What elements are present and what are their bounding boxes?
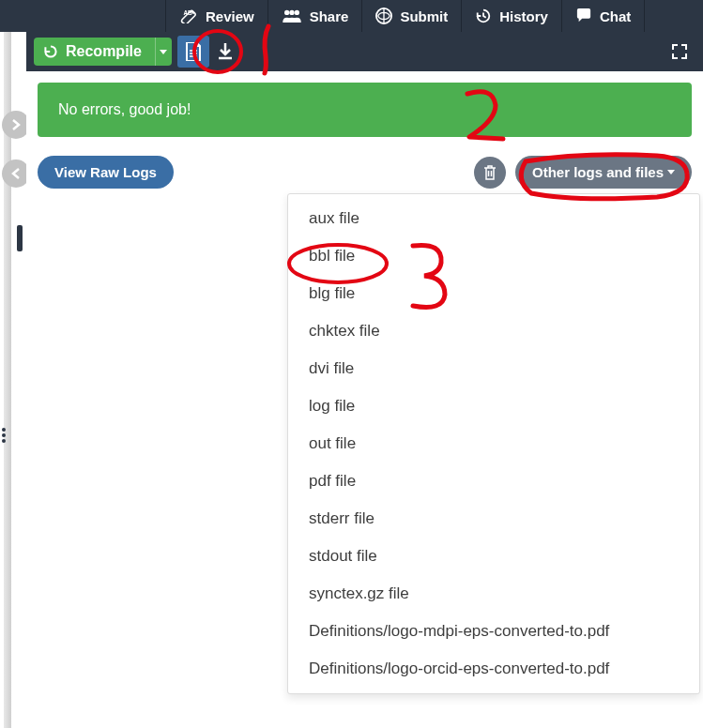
svg-point-3 <box>289 10 294 15</box>
drag-handle-dots[interactable] <box>0 422 8 448</box>
caret-down-icon <box>160 50 167 54</box>
share-icon <box>282 8 302 23</box>
trash-icon <box>483 165 497 180</box>
recompile-group: Recompile <box>34 38 172 66</box>
nav-review-label: Review <box>206 8 254 24</box>
history-icon <box>475 8 492 24</box>
dropdown-item-dvi[interactable]: dvi file <box>288 350 699 387</box>
dropdown-item-stdout[interactable]: stdout file <box>288 538 699 575</box>
download-button[interactable] <box>209 36 241 68</box>
compile-toolbar: Recompile <box>26 32 703 71</box>
recompile-label: Recompile <box>66 43 142 60</box>
nav-submit[interactable]: Submit <box>362 0 462 32</box>
nav-history[interactable]: History <box>462 0 562 32</box>
logs-actions-row: View Raw Logs Other logs and files <box>38 156 692 189</box>
nav-submit-label: Submit <box>400 8 448 24</box>
clear-cache-button[interactable] <box>474 157 506 189</box>
logs-panel: No errors, good job! View Raw Logs Other… <box>26 71 703 728</box>
recompile-button[interactable]: Recompile <box>34 38 155 66</box>
nav-chat-label: Chat <box>600 8 631 24</box>
expand-icon <box>672 44 687 59</box>
dropdown-item-chktex[interactable]: chktex file <box>288 312 699 350</box>
chevron-right-icon <box>10 119 22 130</box>
nav-review[interactable]: AB Review <box>165 0 268 32</box>
other-logs-dropdown-button[interactable]: Other logs and files <box>515 156 692 189</box>
nav-history-label: History <box>499 8 548 24</box>
nav-chat[interactable]: Chat <box>562 0 645 32</box>
review-icon: AB <box>179 8 198 23</box>
dropdown-item-aux[interactable]: aux file <box>288 200 699 237</box>
view-raw-logs-button[interactable]: View Raw Logs <box>38 156 174 189</box>
fullscreen-button[interactable] <box>665 38 694 66</box>
drag-handle[interactable] <box>17 225 23 251</box>
compile-status: No errors, good job! <box>38 83 692 137</box>
top-navbar: AB Review Share Submit History Chat <box>0 0 703 32</box>
dropdown-item-logo-orcid[interactable]: Definitions/logo-orcid-eps-converted-to.… <box>288 650 699 688</box>
nav-share[interactable]: Share <box>268 0 363 32</box>
dropdown-item-out[interactable]: out file <box>288 425 699 463</box>
dropdown-item-synctex[interactable]: synctex.gz file <box>288 575 699 613</box>
dropdown-item-pdf[interactable]: pdf file <box>288 463 699 500</box>
download-icon <box>218 43 233 60</box>
compile-status-text: No errors, good job! <box>58 101 191 117</box>
dropdown-item-bbl[interactable]: bbl file <box>288 237 699 275</box>
document-icon <box>185 42 202 61</box>
svg-point-1 <box>284 10 289 15</box>
dropdown-item-blg[interactable]: blg file <box>288 275 699 312</box>
caret-down-icon <box>667 170 675 174</box>
svg-point-2 <box>294 10 298 15</box>
refresh-icon <box>43 44 58 59</box>
nav-share-label: Share <box>310 8 349 24</box>
dropdown-item-stderr[interactable]: stderr file <box>288 500 699 538</box>
svg-text:AB: AB <box>183 9 192 16</box>
dropdown-item-logo-mdpi[interactable]: Definitions/logo-mdpi-eps-converted-to.p… <box>288 613 699 650</box>
submit-icon <box>375 8 392 24</box>
chat-icon <box>575 8 592 23</box>
other-logs-label: Other logs and files <box>532 164 664 180</box>
dropdown-item-log[interactable]: log file <box>288 387 699 425</box>
recompile-dropdown-toggle[interactable] <box>155 38 172 66</box>
logs-toggle-button[interactable] <box>177 36 209 68</box>
chevron-left-icon <box>10 168 22 179</box>
other-logs-dropdown: aux file bbl file blg file chktex file d… <box>287 193 700 694</box>
